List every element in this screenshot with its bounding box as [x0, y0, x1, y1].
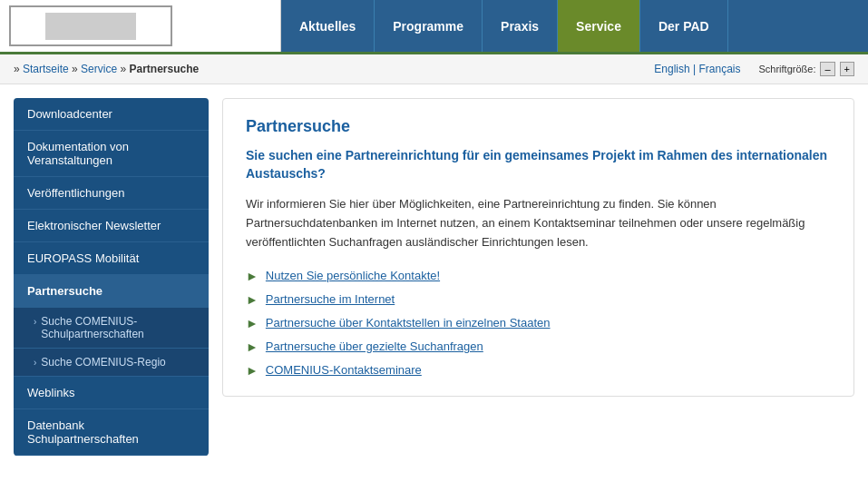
- arrow-icon-2: ►: [246, 292, 258, 307]
- list-item-2: ► Partnersuche im Internet: [246, 292, 831, 307]
- breadcrumb-home[interactable]: Startseite: [23, 63, 69, 75]
- list-item-1: ► Nutzen Sie persönliche Kontakte!: [246, 269, 831, 283]
- font-size-label: Schriftgröße:: [758, 64, 815, 74]
- logo-area: [0, 0, 281, 52]
- arrow-icon-1: ►: [246, 269, 258, 283]
- sidebar-item-europass[interactable]: EUROPASS Mobilität: [14, 242, 209, 275]
- list-item-5: ► COMENIUS-Kontaktseminare: [246, 363, 831, 378]
- content-links-list: ► Nutzen Sie persönliche Kontakte! ► Par…: [246, 269, 831, 378]
- logo-image: [45, 13, 136, 40]
- breadcrumb-separator-2: »: [72, 63, 81, 75]
- lang-english[interactable]: English: [654, 63, 689, 75]
- link-personal-contacts[interactable]: Nutzen Sie persönliche Kontakte!: [266, 269, 440, 282]
- breadcrumb-bar: » Startseite » Service » Partnersuche En…: [0, 54, 868, 84]
- content-body-text: Wir informieren Sie hier über Möglichkei…: [246, 195, 831, 251]
- sidebar-box: Downloadcenter Dokumentation von Veranst…: [14, 98, 209, 456]
- sidebar-subitem-comenius-schul[interactable]: › Suche COMENIUS-Schulpartnerschaften: [14, 308, 209, 349]
- breadcrumb: » Startseite » Service » Partnersuche: [14, 63, 199, 75]
- subitem-label-1: Suche COMENIUS-Schulpartnerschaften: [41, 315, 195, 340]
- subitem-bullet-1: ›: [34, 317, 36, 327]
- sidebar-item-downloadcenter[interactable]: Downloadcenter: [14, 98, 209, 131]
- nav-aktuelles[interactable]: Aktuelles: [281, 0, 375, 52]
- nav-programme[interactable]: Programme: [375, 0, 483, 52]
- logo-box: [9, 5, 172, 46]
- breadcrumb-separator-1: »: [14, 63, 20, 75]
- sidebar-item-veroeffentlichungen[interactable]: Veröffentlichungen: [14, 177, 209, 210]
- font-decrease-button[interactable]: –: [820, 62, 834, 76]
- content-box: Partnersuche Sie suchen eine Partnereinr…: [222, 98, 854, 397]
- font-size-controls: Schriftgröße: – +: [758, 62, 854, 76]
- list-item-3: ► Partnersuche über Kontaktstellen in ei…: [246, 316, 831, 330]
- main-navigation: Aktuelles Programme Praxis Service Der P…: [281, 0, 868, 52]
- sidebar-subitem-comenius-regio[interactable]: › Suche COMENIUS-Regio: [14, 349, 209, 377]
- arrow-icon-4: ►: [246, 339, 258, 354]
- main-layout: Downloadcenter Dokumentation von Veranst…: [0, 84, 868, 469]
- sidebar-item-partnersuche[interactable]: Partnersuche: [14, 275, 209, 308]
- subitem-bullet-2: ›: [34, 358, 36, 368]
- sidebar-item-datenbank[interactable]: Datenbank Schulpartnerschaften: [14, 409, 209, 456]
- sidebar-item-newsletter[interactable]: Elektronischer Newsletter: [14, 210, 209, 242]
- lang-font-controls: English | Français Schriftgröße: – +: [654, 62, 854, 76]
- sidebar-item-weblinks[interactable]: Weblinks: [14, 377, 209, 409]
- sidebar-item-dokumentation[interactable]: Dokumentation von Veranstaltungen: [14, 131, 209, 177]
- arrow-icon-3: ►: [246, 316, 258, 330]
- breadcrumb-current: Partnersuche: [129, 63, 199, 75]
- link-internet[interactable]: Partnersuche im Internet: [266, 292, 395, 306]
- sidebar: Downloadcenter Dokumentation von Veranst…: [14, 98, 209, 456]
- nav-service[interactable]: Service: [558, 0, 640, 52]
- link-kontaktstellen[interactable]: Partnersuche über Kontaktstellen in einz…: [266, 316, 551, 330]
- list-item-4: ► Partnersuche über gezielte Suchanfrage…: [246, 339, 831, 354]
- content-area: Partnersuche Sie suchen eine Partnereinr…: [222, 98, 854, 456]
- page-title: Partnersuche: [246, 117, 831, 136]
- arrow-icon-5: ►: [246, 363, 258, 378]
- link-kontaktseminare[interactable]: COMENIUS-Kontaktseminare: [266, 363, 422, 377]
- breadcrumb-section[interactable]: Service: [81, 63, 117, 75]
- subitem-label-2: Suche COMENIUS-Regio: [41, 356, 165, 369]
- lang-french[interactable]: Français: [698, 63, 740, 75]
- breadcrumb-separator-3: »: [120, 63, 129, 75]
- language-links: English | Français: [654, 63, 740, 75]
- link-suchanfragen[interactable]: Partnersuche über gezielte Suchanfragen: [266, 339, 483, 353]
- font-increase-button[interactable]: +: [840, 62, 854, 76]
- content-subtitle: Sie suchen eine Partnereinrichtung für e…: [246, 147, 831, 182]
- nav-der-pad[interactable]: Der PAD: [640, 0, 728, 52]
- nav-praxis[interactable]: Praxis: [483, 0, 558, 52]
